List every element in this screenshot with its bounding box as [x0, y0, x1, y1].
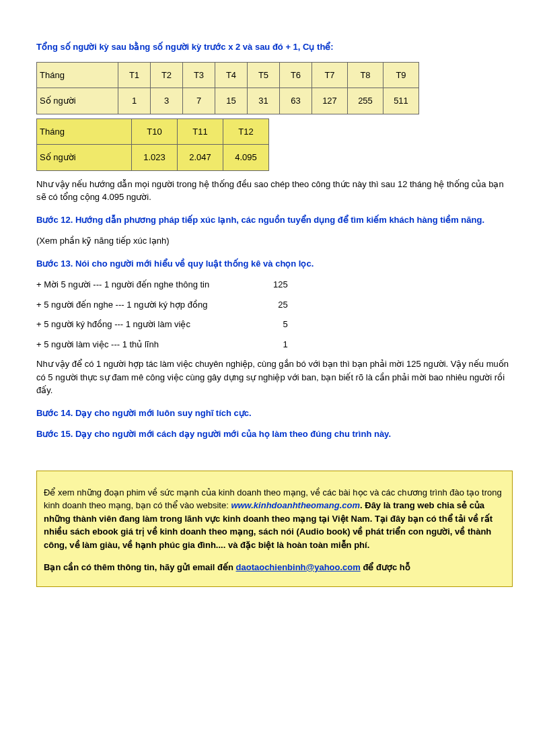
stat-right: 5 [261, 318, 288, 331]
email-link[interactable]: daotaochienbinh@yahoo.com [236, 562, 361, 572]
table-months-1: Tháng T1 T2 T3 T4 T5 T6 T7 T8 T9 Số ngườ… [36, 62, 419, 114]
step-15-heading: Bước 15. Dạy cho người mới cách dạy ngườ… [36, 427, 513, 441]
info-paragraph-1: Để xem những đoạn phim về sức mạnh của k… [44, 486, 505, 552]
t1-c: T9 [383, 62, 419, 88]
t2-r1-label: Tháng [37, 118, 132, 145]
info-text: Bạn cần có thêm thông tin, hãy gửi email… [44, 562, 236, 572]
stat-left: + 5 người đến nghe --- 1 người ký hợp đồ… [36, 298, 258, 312]
step-13-heading: Bước 13. Nói cho người mới hiểu về quy l… [36, 257, 513, 271]
t1-v: 511 [383, 88, 419, 114]
paragraph-summary-2: Như vậy để có 1 người hợp tác làm việc c… [36, 357, 513, 397]
info-box: Để xem những đoạn phim về sức mạnh của k… [36, 471, 513, 587]
stat-left: + 5 người ký hđồng --- 1 người làm việc [36, 318, 258, 331]
stat-left: + Mời 5 người --- 1 người đến nghe thông… [36, 278, 258, 291]
paragraph-summary-1: Như vậy nếu hướng dẫn mọi người trong hệ… [36, 178, 513, 204]
t1-c: T7 [312, 62, 348, 88]
t1-v: 127 [312, 88, 348, 114]
t2-c: T11 [178, 118, 223, 145]
stat-left: + 5 người làm việc --- 1 thủ lĩnh [36, 338, 258, 351]
t1-v: 7 [183, 88, 215, 114]
t1-c: T1 [118, 62, 151, 88]
step-12-note: (Xem phần kỹ năng tiếp xúc lạnh) [36, 234, 513, 248]
t2-v: 1.023 [132, 145, 178, 171]
t2-c: T12 [223, 118, 269, 145]
t1-r2-label: Số người [37, 88, 118, 114]
t1-c: T6 [280, 62, 312, 88]
website-link[interactable]: www.kinhdoanhtheomang.com [231, 500, 360, 510]
t2-v: 4.095 [223, 145, 269, 171]
t1-v: 255 [348, 88, 383, 114]
stat-row: + 5 người đến nghe --- 1 người ký hợp đồ… [36, 298, 513, 312]
info-paragraph-2: Bạn cần có thêm thông tin, hãy gửi email… [44, 561, 505, 574]
stat-right: 25 [261, 298, 288, 312]
t1-c: T8 [348, 62, 383, 88]
stat-right: 125 [261, 278, 288, 291]
table-months-2: Tháng T10 T11 T12 Số người 1.023 2.047 4… [36, 118, 269, 171]
t2-v: 2.047 [178, 145, 223, 171]
t1-c: T5 [248, 62, 280, 88]
stat-row: + 5 người làm việc --- 1 thủ lĩnh 1 [36, 338, 513, 351]
t1-v: 63 [280, 88, 312, 114]
t2-r2-label: Số người [37, 145, 132, 171]
t1-v: 3 [151, 88, 183, 114]
stat-row: + 5 người ký hđồng --- 1 người làm việc … [36, 318, 513, 331]
t1-c: T4 [215, 62, 248, 88]
t1-c: T2 [151, 62, 183, 88]
info-text: để được hỗ [361, 562, 410, 572]
stat-row: + Mời 5 người --- 1 người đến nghe thông… [36, 278, 513, 291]
t1-v: 15 [215, 88, 248, 114]
t1-c: T3 [183, 62, 215, 88]
step-12-heading: Bước 12. Hướng dẫn phương pháp tiếp xúc … [36, 213, 513, 227]
t2-c: T10 [132, 118, 178, 145]
t1-r1-label: Tháng [37, 62, 118, 88]
stat-right: 1 [261, 338, 288, 351]
title: Tổng số người kỳ sau bằng số người kỳ tr… [36, 40, 513, 54]
step-14-heading: Bước 14. Dạy cho người mới luôn suy nghĩ… [36, 407, 513, 420]
t1-v: 1 [118, 88, 151, 114]
t1-v: 31 [248, 88, 280, 114]
